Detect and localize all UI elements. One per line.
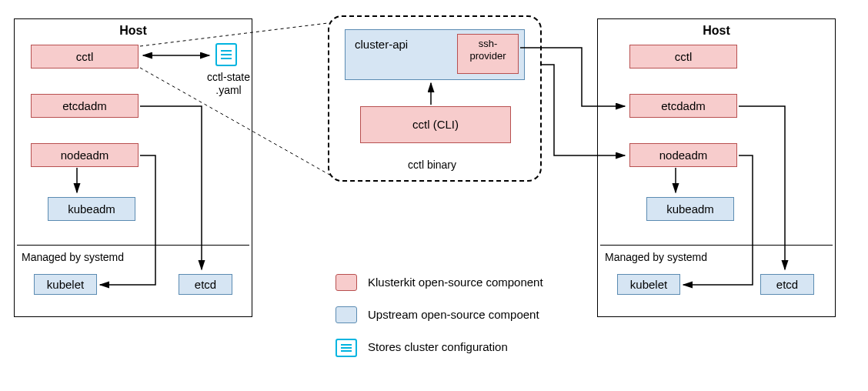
legend-upstream: Upstream open-source compoent	[368, 308, 539, 321]
left-cctl: cctl	[31, 45, 139, 69]
legend-swatch-blue	[336, 306, 357, 323]
cluster-api-label: cluster-api	[355, 38, 408, 51]
right-cctl: cctl	[629, 45, 737, 69]
right-nodeadm: nodeadm	[629, 143, 737, 167]
left-nodeadm: nodeadm	[31, 143, 139, 167]
cctl-binary-label: cctl binary	[408, 159, 456, 171]
legend-stores: Stores cluster configuration	[368, 340, 508, 353]
right-systemd-label: Managed by systemd	[605, 251, 707, 263]
left-etcd: etcd	[179, 274, 232, 295]
legend-klusterkit: Klusterkit open-source component	[368, 276, 543, 289]
right-host-title: Host	[598, 19, 835, 39]
legend-swatch-pink	[336, 274, 357, 291]
left-etcdadm: etcdadm	[31, 94, 139, 118]
diagram-canvas: Host cctl etcdadm nodeadm kubeadm Manage…	[0, 0, 868, 391]
left-host-title: Host	[15, 19, 252, 39]
left-kubelet: kubelet	[34, 274, 97, 295]
right-divider	[600, 245, 833, 246]
left-kubeadm: kubeadm	[48, 197, 135, 221]
legend-swatch-file	[336, 339, 357, 357]
right-etcd: etcd	[760, 274, 814, 295]
right-kubeadm: kubeadm	[646, 197, 734, 221]
state-file-label: cctl-state .yaml	[195, 71, 262, 97]
left-systemd-label: Managed by systemd	[22, 251, 124, 263]
file-icon	[215, 43, 237, 66]
right-kubelet: kubelet	[617, 274, 680, 295]
ssh-provider-box: ssh- provider	[457, 34, 519, 74]
cctl-cli-box: cctl (CLI)	[360, 106, 511, 143]
right-etcdadm: etcdadm	[629, 94, 737, 118]
left-divider	[17, 245, 249, 246]
